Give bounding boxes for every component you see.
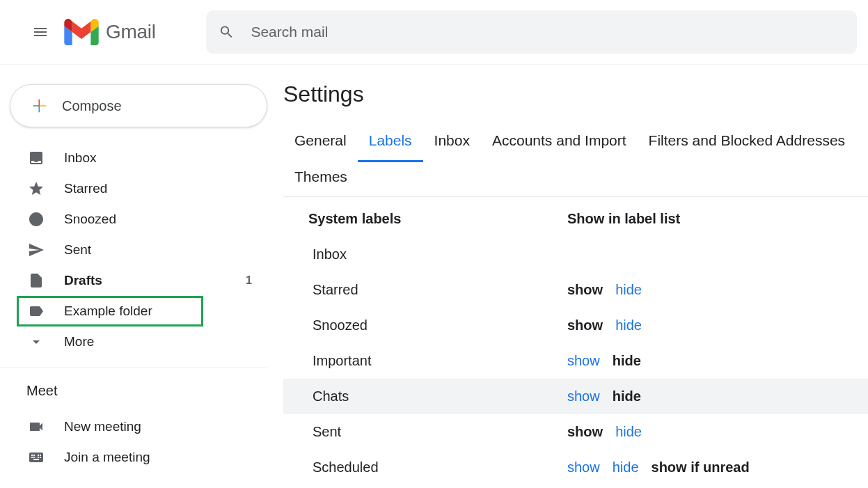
- tab-themes[interactable]: Themes: [283, 162, 358, 196]
- label-actions: showhide: [567, 388, 641, 404]
- show-link[interactable]: show: [567, 424, 603, 440]
- hide-link[interactable]: hide: [613, 388, 641, 404]
- label-actions: showhideshow if unread: [567, 459, 750, 475]
- sidebar-item-label: Sent: [64, 242, 91, 258]
- clock-icon: [28, 211, 45, 228]
- meet-item-label: New meeting: [64, 419, 141, 434]
- hide-link[interactable]: hide: [613, 459, 639, 475]
- chevron-down-icon: [28, 333, 45, 350]
- meet-item-join-a-meeting[interactable]: Join a meeting: [0, 442, 267, 473]
- label-name: Snoozed: [313, 317, 567, 333]
- search-icon: [219, 24, 235, 40]
- label-actions: showhide: [567, 317, 642, 333]
- label-row-chats: Chatsshowhide: [283, 379, 868, 414]
- label-name: Sent: [313, 424, 567, 440]
- sidebar-item-label: More: [64, 334, 94, 349]
- plus-icon: [30, 96, 49, 116]
- gmail-logo[interactable]: Gmail: [64, 19, 156, 45]
- sidebar-item-label: Example folder: [64, 304, 152, 319]
- gmail-logo-text: Gmail: [106, 21, 156, 43]
- label-actions: showhide: [567, 353, 641, 369]
- label-row-sent: Sentshowhide: [283, 414, 868, 450]
- meet-nav: New meetingJoin a meeting: [0, 411, 267, 473]
- sidebar-item-label: Snoozed: [64, 212, 116, 227]
- labels-table-head: System labels Show in label list: [283, 201, 868, 237]
- compose-label: Compose: [62, 98, 122, 114]
- show-link[interactable]: show: [567, 459, 600, 475]
- meet-title: Meet: [0, 383, 267, 399]
- main-panel: Settings GeneralLabelsInboxAccounts and …: [268, 65, 868, 488]
- label-name: Scheduled: [313, 459, 567, 475]
- sidebar-item-inbox[interactable]: Inbox: [0, 143, 267, 173]
- label-row-starred: Starredshowhide: [283, 272, 868, 308]
- label-row-snoozed: Snoozedshowhide: [283, 308, 868, 343]
- show-link[interactable]: show: [567, 282, 603, 298]
- tab-general[interactable]: General: [283, 125, 358, 162]
- tab-labels[interactable]: Labels: [358, 125, 423, 162]
- tab-accounts-and-import[interactable]: Accounts and Import: [481, 125, 638, 162]
- star-icon: [28, 180, 45, 197]
- hide-link[interactable]: hide: [615, 317, 642, 333]
- show-link[interactable]: show: [567, 353, 600, 369]
- label-name: Inbox: [313, 246, 567, 262]
- tab-inbox[interactable]: Inbox: [423, 125, 481, 162]
- col-system-labels: System labels: [308, 211, 567, 227]
- tab-filters-and-blocked-addresses[interactable]: Filters and Blocked Addresses: [638, 125, 856, 162]
- settings-tabs: GeneralLabelsInboxAccounts and ImportFil…: [283, 125, 868, 197]
- sidebar-item-starred[interactable]: Starred: [0, 173, 267, 204]
- sidebar-item-label: Inbox: [64, 150, 96, 166]
- hide-link[interactable]: hide: [615, 282, 642, 298]
- label-actions: showhide: [567, 282, 642, 298]
- sidebar-item-drafts[interactable]: Drafts1: [0, 265, 267, 296]
- search-input[interactable]: [249, 23, 844, 41]
- col-show-in-list: Show in label list: [567, 211, 868, 227]
- sidebar-item-label: Drafts: [64, 273, 102, 288]
- content-area: Compose InboxStarredSnoozedSentDrafts1Ex…: [0, 65, 868, 488]
- sidebar-item-snoozed[interactable]: Snoozed: [0, 204, 267, 235]
- label-row-inbox: Inbox: [283, 237, 868, 272]
- send-icon: [28, 242, 45, 258]
- sidebar-item-label: Starred: [64, 181, 107, 196]
- show-link[interactable]: show: [567, 388, 600, 404]
- sidebar-item-sent[interactable]: Sent: [0, 235, 267, 265]
- label-name: Starred: [313, 282, 567, 298]
- file-icon: [28, 272, 45, 289]
- sidebar-item-more[interactable]: More: [0, 326, 267, 357]
- label-name: Chats: [313, 388, 567, 404]
- meet-item-label: Join a meeting: [64, 450, 150, 465]
- labels-table: System labels Show in label list InboxSt…: [283, 201, 868, 485]
- hide-link[interactable]: hide: [615, 424, 642, 440]
- sidebar-item-count: 1: [246, 274, 252, 287]
- label-name: Important: [313, 353, 567, 369]
- label-row-important: Importantshowhide: [283, 343, 868, 379]
- sidebar-item-example-folder[interactable]: Example folder: [17, 296, 203, 326]
- meet-item-new-meeting[interactable]: New meeting: [0, 411, 267, 442]
- label-actions: showhide: [567, 424, 642, 440]
- sidebar-nav: InboxStarredSnoozedSentDrafts1Example fo…: [0, 143, 267, 357]
- hamburger-icon: [32, 24, 49, 40]
- label-row-scheduled: Scheduledshowhideshow if unread: [283, 450, 868, 485]
- hide-link[interactable]: hide: [613, 353, 641, 369]
- inbox-icon: [28, 150, 45, 166]
- header: Gmail: [0, 0, 868, 65]
- sidebar: Compose InboxStarredSnoozedSentDrafts1Ex…: [0, 65, 268, 488]
- main-menu-button[interactable]: [24, 15, 57, 49]
- gmail-logo-icon: [64, 19, 99, 45]
- keyboard-icon: [28, 449, 45, 466]
- video-icon: [28, 418, 45, 435]
- meet-section: Meet New meetingJoin a meeting: [0, 367, 267, 473]
- label-icon: [28, 303, 45, 320]
- show-link[interactable]: show: [567, 317, 603, 333]
- show-if-unread-link[interactable]: show if unread: [652, 459, 750, 475]
- compose-button[interactable]: Compose: [10, 84, 267, 127]
- page-title: Settings: [283, 81, 868, 107]
- search-bar[interactable]: [206, 10, 857, 54]
